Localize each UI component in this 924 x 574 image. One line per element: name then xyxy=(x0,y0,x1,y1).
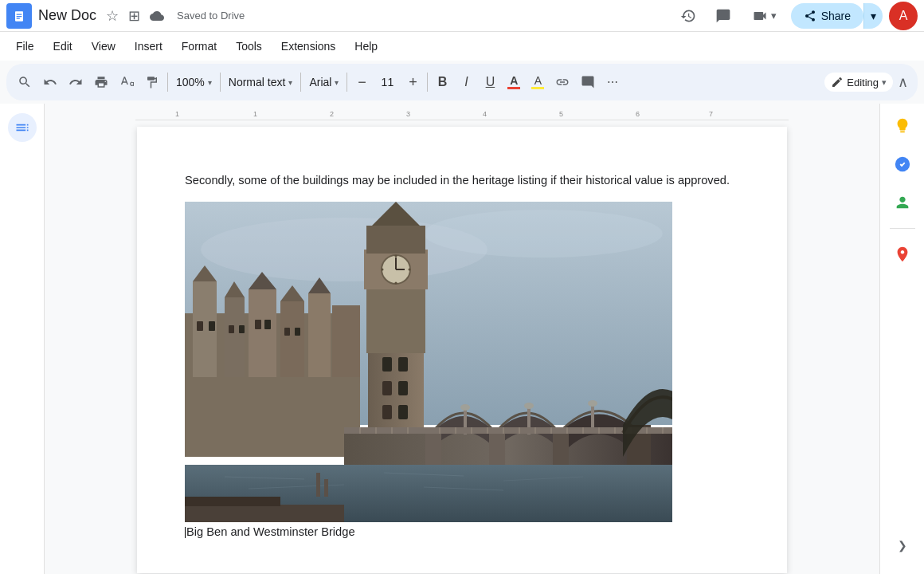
svg-rect-86 xyxy=(324,479,328,497)
svg-point-34 xyxy=(395,255,397,258)
svg-rect-3 xyxy=(17,16,22,17)
menu-bar: File Edit View Insert Format Tools Exten… xyxy=(0,32,924,61)
text-color-button[interactable]: A xyxy=(503,69,525,95)
undo-button[interactable] xyxy=(38,69,62,95)
font-size-input[interactable] xyxy=(373,76,401,88)
style-select[interactable]: Normal text ▾ xyxy=(224,69,298,95)
increase-font-button[interactable]: + xyxy=(401,69,424,95)
svg-rect-44 xyxy=(382,405,392,419)
svg-rect-11 xyxy=(249,289,276,377)
svg-rect-45 xyxy=(398,405,408,419)
svg-point-7 xyxy=(424,210,663,258)
menu-view[interactable]: View xyxy=(82,37,125,56)
svg-rect-14 xyxy=(332,305,360,377)
comment-button[interactable] xyxy=(576,69,600,95)
cloud-button[interactable] xyxy=(147,6,167,26)
meet-button[interactable]: ▾ xyxy=(744,3,785,29)
saved-badge: Saved to Drive xyxy=(177,10,245,22)
svg-rect-24 xyxy=(255,320,261,329)
svg-point-36 xyxy=(382,269,384,271)
svg-rect-13 xyxy=(308,293,331,377)
image-caption: Big Ben and Westminster Bridge xyxy=(185,525,355,538)
svg-point-56 xyxy=(588,400,597,407)
share-button[interactable]: Share xyxy=(791,3,863,29)
svg-rect-41 xyxy=(398,357,408,372)
maps-button[interactable] xyxy=(887,238,918,270)
collapse-toolbar-button[interactable]: ∧ xyxy=(895,70,911,94)
highlight-button[interactable]: A xyxy=(527,69,549,95)
separator-2 xyxy=(220,73,221,92)
document-area[interactable]: 1 1 2 3 4 5 6 7 Secondly, some of the bu… xyxy=(45,104,879,574)
separator-1 xyxy=(167,73,168,92)
svg-rect-84 xyxy=(185,497,280,506)
link-button[interactable] xyxy=(550,69,574,95)
svg-rect-27 xyxy=(295,328,300,336)
svg-point-35 xyxy=(395,282,397,285)
right-sidebar: ❯ xyxy=(879,104,924,574)
folder-button[interactable]: ⊞ xyxy=(125,4,143,28)
font-select[interactable]: Arial ▾ xyxy=(304,69,343,95)
tasks-button[interactable] xyxy=(887,148,918,180)
svg-rect-12 xyxy=(280,301,304,377)
main-content: 1 1 2 3 4 5 6 7 Secondly, some of the bu… xyxy=(0,104,924,574)
more-options-button[interactable]: ⋯ xyxy=(601,69,624,95)
font-size-area: − + xyxy=(350,69,424,95)
separator-4 xyxy=(346,73,347,92)
spellcheck-button[interactable] xyxy=(115,69,139,95)
search-button[interactable] xyxy=(13,69,37,95)
expand-sidebar-button[interactable]: ❯ xyxy=(893,536,912,555)
menu-format[interactable]: Format xyxy=(172,37,226,56)
menu-help[interactable]: Help xyxy=(345,37,387,56)
svg-rect-43 xyxy=(398,381,408,395)
menu-extensions[interactable]: Extensions xyxy=(272,37,345,56)
title-bar: New Doc ☆ ⊞ Saved to Drive ▾ Share ▾ xyxy=(0,0,924,32)
comments-button[interactable] xyxy=(709,2,738,30)
text-cursor xyxy=(185,527,186,538)
bigben-image[interactable] xyxy=(185,202,672,522)
svg-rect-4 xyxy=(17,18,20,18)
redo-button[interactable] xyxy=(64,69,88,95)
separator-5 xyxy=(427,73,428,92)
history-button[interactable] xyxy=(674,2,703,30)
keep-button[interactable] xyxy=(887,110,918,142)
menu-edit[interactable]: Edit xyxy=(44,37,82,56)
bold-button[interactable]: B xyxy=(431,69,453,95)
title-right-buttons: ▾ Share ▾ A xyxy=(674,2,918,30)
user-avatar[interactable]: A xyxy=(889,2,918,30)
sidebar-divider xyxy=(890,228,915,229)
svg-rect-20 xyxy=(197,321,203,331)
underline-button[interactable]: U xyxy=(479,69,501,95)
svg-rect-29 xyxy=(366,281,425,353)
paint-format-button[interactable] xyxy=(140,69,164,95)
share-dropdown-button[interactable]: ▾ xyxy=(863,3,883,29)
italic-button[interactable]: I xyxy=(455,69,477,95)
document-paragraph: Secondly, some of the buildings may be i… xyxy=(185,171,739,189)
zoom-select[interactable]: 100% ▾ xyxy=(171,69,217,95)
outline-button[interactable] xyxy=(8,113,37,142)
print-button[interactable] xyxy=(89,69,113,95)
svg-rect-26 xyxy=(284,328,290,336)
left-sidebar xyxy=(0,104,45,574)
title-actions: ☆ ⊞ Saved to Drive xyxy=(103,4,245,28)
document-page[interactable]: Secondly, some of the buildings may be i… xyxy=(137,127,787,573)
separator-3 xyxy=(300,73,301,92)
contacts-button[interactable] xyxy=(887,187,918,218)
document-title[interactable]: New Doc xyxy=(38,7,96,24)
star-button[interactable]: ☆ xyxy=(103,4,122,28)
svg-rect-10 xyxy=(225,297,245,377)
menu-insert[interactable]: Insert xyxy=(125,37,172,56)
toolbar: 100% ▾ Normal text ▾ Arial ▾ − + B I U A… xyxy=(6,64,918,100)
image-container[interactable]: Big Ben and Westminster Bridge xyxy=(185,202,739,538)
svg-rect-21 xyxy=(209,321,215,331)
svg-rect-85 xyxy=(316,473,320,497)
share-button-group: Share ▾ xyxy=(791,3,883,29)
menu-tools[interactable]: Tools xyxy=(226,37,272,56)
svg-rect-25 xyxy=(264,320,271,329)
ruler: 1 1 2 3 4 5 6 7 xyxy=(135,120,789,120)
menu-file[interactable]: File xyxy=(6,37,44,56)
decrease-font-button[interactable]: − xyxy=(350,69,373,95)
svg-rect-23 xyxy=(239,325,245,333)
editing-mode-button[interactable]: Editing ▾ xyxy=(824,73,893,92)
google-docs-icon xyxy=(6,3,32,29)
svg-rect-83 xyxy=(185,505,344,522)
